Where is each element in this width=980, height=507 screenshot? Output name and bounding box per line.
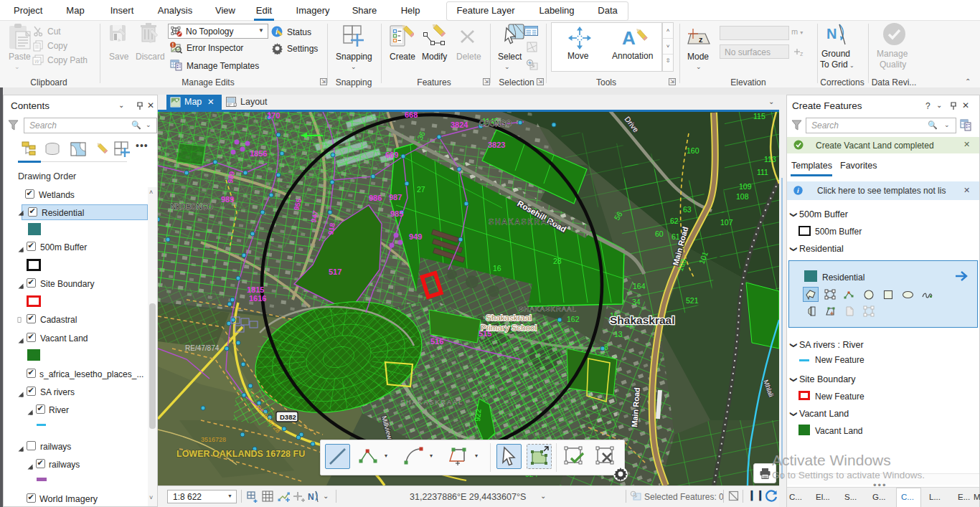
- svg-text:949: 949: [409, 232, 422, 241]
- svg-text:Shakaskraal: Shakaskraal: [486, 313, 531, 322]
- svg-text:160: 160: [687, 146, 699, 155]
- svg-text:987: 987: [389, 193, 402, 202]
- svg-text:1616: 1616: [249, 294, 266, 303]
- svg-text:3823: 3823: [488, 141, 505, 149]
- svg-text:516: 516: [430, 337, 443, 346]
- svg-text:LOWER OAKLANDS 16728 FU: LOWER OAKLANDS 16728 FU: [176, 449, 305, 459]
- svg-text:z: z: [699, 35, 703, 44]
- svg-text:!: !: [172, 42, 174, 48]
- svg-text:NKOBONGO: NKOBONGO: [171, 203, 213, 211]
- svg-text:170: 170: [267, 112, 280, 120]
- svg-text:16: 16: [493, 264, 501, 273]
- svg-text:989: 989: [221, 195, 234, 204]
- svg-text:63: 63: [683, 205, 692, 214]
- svg-text:27: 27: [417, 185, 425, 194]
- svg-text:Primary School: Primary School: [481, 323, 537, 332]
- svg-text:A: A: [622, 27, 636, 49]
- svg-text:N: N: [826, 26, 837, 42]
- svg-text:D382: D382: [280, 413, 296, 421]
- svg-text:521: 521: [686, 296, 699, 305]
- svg-text:SHAKASKRAAL: SHAKASKRAAL: [519, 305, 577, 313]
- svg-text:517: 517: [329, 267, 341, 276]
- svg-text:162: 162: [567, 315, 580, 323]
- svg-text:28: 28: [553, 257, 562, 265]
- svg-text:109: 109: [739, 182, 752, 191]
- svg-text:13: 13: [614, 330, 623, 338]
- svg-text:1815: 1815: [247, 285, 264, 294]
- svg-text:922: 922: [473, 409, 482, 422]
- svg-text:668: 668: [405, 112, 418, 119]
- svg-text:SHAKASKRAAL: SHAKASKRAAL: [400, 399, 463, 406]
- svg-text:62: 62: [670, 217, 679, 225]
- svg-text:669: 669: [385, 151, 398, 159]
- svg-text:3824: 3824: [451, 120, 468, 129]
- svg-text:1856: 1856: [250, 149, 267, 158]
- svg-text:164: 164: [633, 282, 646, 290]
- svg-text:8: 8: [604, 343, 608, 351]
- svg-text:985: 985: [390, 209, 403, 218]
- svg-text:RE/47/874: RE/47/874: [185, 344, 220, 352]
- svg-text:3516728: 3516728: [201, 436, 226, 443]
- svg-text:113: 113: [764, 155, 776, 164]
- svg-text:107: 107: [720, 218, 733, 227]
- svg-text:60: 60: [655, 229, 664, 238]
- svg-text:N: N: [308, 492, 314, 502]
- svg-text:Shakaskraal: Shakaskraal: [610, 314, 675, 326]
- svg-text:115: 115: [753, 112, 765, 120]
- svg-text:111: 111: [757, 168, 768, 176]
- svg-text:986: 986: [369, 194, 382, 202]
- svg-text:i: i: [797, 186, 799, 194]
- svg-text:z: z: [800, 50, 804, 57]
- svg-text:SHAKASKRAAL: SHAKASKRAAL: [489, 217, 560, 226]
- svg-text:34: 34: [632, 298, 641, 306]
- svg-text:OBONGO: OBONGO: [479, 120, 512, 128]
- svg-text:108: 108: [736, 192, 749, 201]
